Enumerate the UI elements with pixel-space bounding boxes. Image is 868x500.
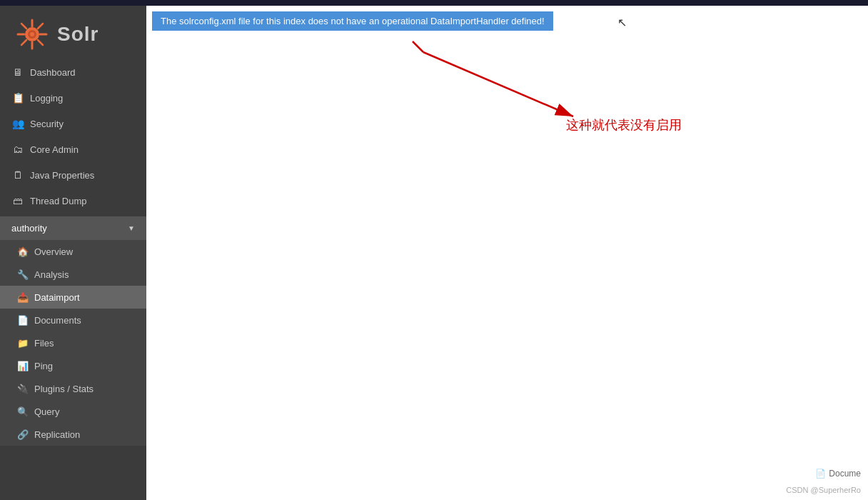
watermark: CSDN @SuperherRo <box>786 486 861 494</box>
core-dropdown-section: authority ▼ 🏠 Overview 🔧 Analysis 📥 Data… <box>0 216 146 446</box>
annotation-text: 这种就代表没有启用 <box>566 116 682 134</box>
sidebar-item-thread-dump[interactable]: 🗃 Thread Dump <box>0 188 146 214</box>
sidebar-item-thread-dump-label: Thread Dump <box>30 196 86 206</box>
thread-dump-icon: 🗃 <box>11 194 24 207</box>
dataimport-icon: 📥 <box>17 291 29 303</box>
sidebar-item-dashboard-label: Dashboard <box>30 67 76 78</box>
doc-icon: 📄 <box>815 469 826 479</box>
sidebar-item-replication[interactable]: 🔗 Replication <box>0 423 146 446</box>
error-banner: The solrconfig.xml file for this index d… <box>152 11 553 31</box>
sidebar-item-dataimport-label: Dataimport <box>34 292 80 303</box>
sidebar-item-files-label: Files <box>34 338 54 349</box>
sidebar-item-documents-label: Documents <box>34 315 81 326</box>
svg-line-7 <box>38 24 43 29</box>
cursor-icon: ↖ <box>617 16 627 29</box>
logging-icon: 📋 <box>11 91 24 104</box>
svg-line-8 <box>21 40 26 45</box>
analysis-icon: 🔧 <box>17 269 29 280</box>
sidebar-item-security[interactable]: 👥 Security <box>0 111 146 136</box>
security-icon: 👥 <box>11 117 24 130</box>
main-layout: Solr 🖥 Dashboard 📋 Logging 👥 Security 🗂 … <box>0 6 868 500</box>
sidebar-item-query-label: Query <box>34 406 59 417</box>
files-icon: 📁 <box>17 337 29 349</box>
sidebar-nav: 🖥 Dashboard 📋 Logging 👥 Security 🗂 Core … <box>0 59 146 214</box>
query-icon: 🔍 <box>17 406 29 417</box>
main-content: The solrconfig.xml file for this index d… <box>146 6 868 500</box>
plugins-stats-icon: 🔌 <box>17 383 29 394</box>
replication-icon: 🔗 <box>17 429 29 440</box>
sidebar-item-ping[interactable]: 📊 Ping <box>0 354 146 377</box>
sidebar-item-logging-label: Logging <box>30 93 63 104</box>
error-banner-area: The solrconfig.xml file for this index d… <box>146 6 868 36</box>
sidebar-item-overview-label: Overview <box>34 246 73 257</box>
logo-area: Solr <box>0 6 146 59</box>
overview-icon: 🏠 <box>17 246 29 257</box>
sidebar-item-plugins-stats[interactable]: 🔌 Plugins / Stats <box>0 377 146 400</box>
core-dropdown-trigger[interactable]: authority ▼ <box>0 216 146 240</box>
top-bar <box>0 0 868 6</box>
sidebar-item-java-properties[interactable]: 🗒 Java Properties <box>0 162 146 188</box>
solr-logo-icon <box>14 16 50 52</box>
sidebar-item-dashboard[interactable]: 🖥 Dashboard <box>0 59 146 85</box>
sidebar-item-overview[interactable]: 🏠 Overview <box>0 240 146 263</box>
sidebar: Solr 🖥 Dashboard 📋 Logging 👥 Security 🗂 … <box>0 6 146 500</box>
sidebar-item-documents[interactable]: 📄 Documents <box>0 309 146 331</box>
bottom-doc-area: 📄 Docume <box>815 469 861 479</box>
svg-point-10 <box>30 32 34 36</box>
sidebar-item-core-admin[interactable]: 🗂 Core Admin <box>0 136 146 162</box>
sub-nav: 🏠 Overview 🔧 Analysis 📥 Dataimport 📄 Doc… <box>0 240 146 446</box>
doc-label: Docume <box>829 469 861 479</box>
sidebar-item-logging[interactable]: 📋 Logging <box>0 85 146 111</box>
annotation-arrow <box>152 38 652 181</box>
sidebar-item-core-admin-label: Core Admin <box>30 144 79 155</box>
sidebar-item-dataimport[interactable]: 📥 Dataimport <box>0 286 146 309</box>
sidebar-item-replication-label: Replication <box>34 429 80 440</box>
dashboard-icon: 🖥 <box>11 66 24 79</box>
ping-icon: 📊 <box>17 360 29 371</box>
sidebar-item-query[interactable]: 🔍 Query <box>0 400 146 423</box>
documents-icon: 📄 <box>17 314 29 326</box>
core-admin-icon: 🗂 <box>11 143 24 156</box>
svg-line-5 <box>21 24 26 29</box>
sidebar-item-java-properties-label: Java Properties <box>30 170 94 181</box>
svg-line-13 <box>413 41 423 52</box>
dropdown-arrow-icon: ▼ <box>128 224 135 232</box>
core-dropdown-label: authority <box>11 223 128 234</box>
logo-text: Solr <box>57 23 99 46</box>
sidebar-item-files[interactable]: 📁 Files <box>0 331 146 354</box>
java-properties-icon: 🗒 <box>11 169 24 181</box>
sidebar-item-analysis-label: Analysis <box>34 269 69 280</box>
sidebar-item-ping-label: Ping <box>34 361 53 371</box>
sidebar-item-analysis[interactable]: 🔧 Analysis <box>0 263 146 286</box>
svg-line-12 <box>423 52 573 116</box>
svg-line-6 <box>38 40 43 45</box>
sidebar-item-security-label: Security <box>30 119 64 129</box>
sidebar-item-plugins-stats-label: Plugins / Stats <box>34 384 94 394</box>
